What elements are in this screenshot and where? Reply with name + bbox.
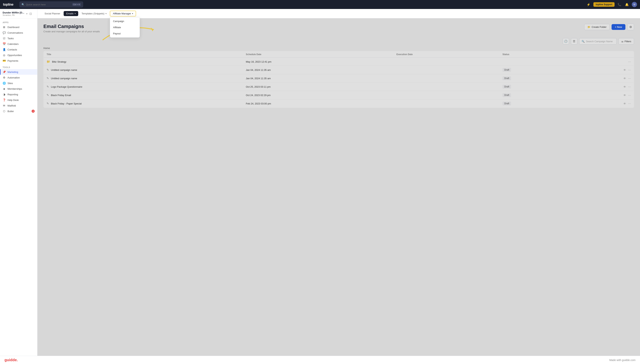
campaign-title[interactable]: Logo Package Questionnaire — [51, 86, 82, 88]
page-title-section: Email Campaigns Create and manage campai… — [43, 24, 100, 33]
execution-date — [393, 100, 500, 108]
sidebar-item-label: Payments — [8, 60, 18, 62]
sidebar-item-payments[interactable]: 💳 Payments — [0, 58, 37, 64]
more-options-icon[interactable]: ⋯ — [628, 60, 631, 63]
sidebar-item-opportunities[interactable]: ◎ Opportunities — [0, 52, 37, 58]
col-status: Status — [500, 51, 569, 58]
table-row: 📁 Blitz Strategy May 16, 2023 12:41 pm ⋯ — [44, 58, 634, 66]
settings-button[interactable]: ⚙ — [627, 24, 634, 30]
create-folder-button[interactable]: 📁 Create Folder — [584, 24, 610, 30]
sidebar-item-tasks[interactable]: ☑ Tasks — [0, 36, 37, 41]
page-title: Email Campaigns — [43, 24, 100, 29]
filter-icon: ⚌ — [621, 40, 623, 43]
campaign-search-input[interactable] — [586, 40, 614, 43]
sidebar-item-marketing[interactable]: 📌 Marketing — [0, 69, 37, 75]
eye-icon[interactable]: 👁 — [623, 102, 626, 105]
brand-logo: topline — [3, 2, 14, 6]
avatar[interactable]: U — [632, 2, 637, 7]
eye-icon[interactable]: 👁 — [623, 77, 626, 80]
status-cell: Draft — [500, 66, 569, 74]
affiliate-dropdown-item-affiliate[interactable]: Affiliate — [110, 24, 140, 30]
sidebar-item-dashboard[interactable]: ⊞ Dashboard — [0, 24, 37, 30]
campaign-search-field[interactable]: 🔍 — [579, 38, 617, 44]
table-row: ✎ Black Friday - Paper Special Feb 24, 2… — [44, 100, 634, 108]
campaign-title-cell: ✎ Logo Package Questionnaire — [47, 85, 240, 88]
support-button[interactable]: topline Support — [593, 2, 614, 7]
workspace-header[interactable]: Dunder Mifflin [D... Scranton, PA ▼ ⊡ — [0, 9, 37, 19]
sidebar-item-label: Automation — [8, 76, 20, 79]
filters-button[interactable]: ⚌ Filters — [618, 38, 634, 44]
affiliate-dropdown-item-payout[interactable]: Payout — [110, 30, 140, 36]
search-input[interactable] — [26, 3, 71, 6]
lightning-icon[interactable]: ⚡ — [586, 2, 591, 7]
list-view-button[interactable]: ☰ — [571, 38, 577, 44]
sidebar-item-memberships[interactable]: ◈ Memberships — [0, 86, 37, 92]
campaign-title[interactable]: Untitled campaign name — [51, 77, 77, 80]
execution-date — [393, 66, 500, 74]
reporting-icon: ◑ — [3, 93, 6, 96]
more-options-icon[interactable]: ⋯ — [628, 68, 631, 72]
new-button[interactable]: + New — [611, 24, 625, 30]
phone-icon[interactable]: 📞 — [617, 2, 622, 7]
contacts-icon: 👤 — [3, 48, 6, 51]
navbar: topline 🔍 Ctrl + K ⚡ topline Support 📞 🔔… — [0, 0, 640, 9]
workspace-location: Scranton, PA — [3, 14, 24, 16]
campaign-title-cell: ✎ Untitled campaign name — [47, 76, 240, 80]
sidebar-item-label: Contacts — [8, 48, 17, 51]
more-options-icon[interactable]: ⋯ — [628, 94, 631, 97]
status-badge: Draft — [502, 102, 511, 106]
sidebar-item-automation[interactable]: ⚙ Automation — [0, 75, 37, 80]
col-execution-date: Execution Date — [393, 51, 500, 58]
history-view-button[interactable]: 🕐 — [563, 38, 569, 44]
tab-emails[interactable]: Emails ▾ — [64, 11, 78, 16]
sidebar-item-calendars[interactable]: 📅 Calendars — [0, 41, 37, 47]
more-options-icon[interactable]: ⋯ — [628, 85, 631, 88]
folder-icon: 📁 — [47, 60, 50, 63]
edit-icon: ✎ — [47, 85, 49, 88]
campaign-title[interactable]: Blitz Strategy — [52, 60, 66, 63]
schedule-date: Oct 24, 2023 02:29 pm — [243, 91, 393, 100]
sidebar-item-butler[interactable]: ⬡ Butler 2 — [0, 108, 37, 114]
more-options-icon[interactable]: ⋯ — [628, 102, 631, 105]
clock-icon: 🕐 — [564, 40, 568, 43]
sidebar-item-reporting[interactable]: ◑ Reporting — [0, 92, 37, 97]
more-options-icon[interactable]: ⋯ — [628, 76, 631, 80]
tab-affiliate-manager[interactable]: Affiliate Manager ▾ — [110, 11, 136, 16]
campaign-title[interactable]: Black Friday Email — [51, 94, 71, 96]
layout-toggle-button[interactable]: ⊡ — [29, 12, 32, 16]
sidebar-item-label: Memberships — [8, 88, 22, 90]
campaign-title[interactable]: Black Friday - Paper Special — [51, 102, 82, 105]
table-row: ✎ Untitled campaign name Jan 04, 2024 11… — [44, 74, 634, 82]
table-row: ✎ Untitled campaign name Jan 04, 2024 11… — [44, 66, 634, 74]
filters-label: Filters — [625, 40, 631, 43]
sites-icon: 🌐 — [3, 82, 6, 85]
navbar-right: ⚡ topline Support 📞 🔔 U — [586, 2, 637, 7]
affiliate-dropdown-item-campaign[interactable]: Campaign — [110, 18, 140, 24]
sidebar-item-conversations[interactable]: 💬 Conversations — [0, 30, 37, 36]
row-actions: 👁 ⋯ — [572, 85, 631, 88]
schedule-date: Feb 24, 2023 03:00 pm — [243, 100, 393, 108]
emails-chevron-icon: ▾ — [75, 12, 76, 14]
row-actions: 👁 ⋯ — [572, 68, 631, 72]
eye-icon[interactable]: 👁 — [623, 68, 626, 72]
row-actions: 👁 ⋯ — [572, 102, 631, 105]
payments-icon: 💳 — [3, 59, 6, 62]
tasks-icon: ☑ — [3, 37, 6, 40]
list-icon: ☰ — [573, 40, 575, 43]
guidde-logo: guidde. — [5, 358, 18, 362]
automation-icon: ⚙ — [3, 76, 6, 79]
tab-social-planner[interactable]: Social Planner — [42, 11, 63, 16]
global-search[interactable]: 🔍 Ctrl + K — [20, 2, 83, 8]
sidebar-item-contacts[interactable]: 👤 Contacts — [0, 47, 37, 52]
folder-icon: 📁 — [587, 26, 590, 28]
eye-icon[interactable]: 👁 — [623, 94, 626, 97]
tab-templates[interactable]: Templates (Snippets) ▾ — [79, 11, 109, 16]
bell-icon[interactable]: 🔔 — [624, 2, 629, 7]
tools-section-label: Tools — [0, 64, 37, 69]
eye-icon[interactable]: 👁 — [623, 85, 626, 88]
campaign-title[interactable]: Untitled campaign name — [51, 68, 77, 72]
sidebar-item-sites[interactable]: 🌐 Sites — [0, 80, 37, 86]
sidebar-item-mailfold[interactable]: ✉ Mailfold — [0, 103, 37, 108]
conversations-icon: 💬 — [3, 31, 6, 34]
sidebar-item-help-desk[interactable]: ❓ Help Desk — [0, 97, 37, 103]
